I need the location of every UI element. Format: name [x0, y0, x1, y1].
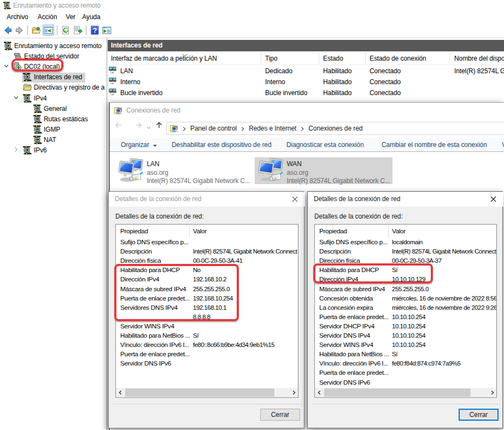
cell-name: Interno	[120, 76, 140, 87]
show-console-tree-button[interactable]	[43, 25, 54, 36]
row-value: Intel(R) 82574L Gigabit Network Connect	[392, 247, 497, 256]
interface-row-interno[interactable]: InternoInternoHabilitadoConectado	[108, 76, 504, 87]
tree-item-interfaces-de-red[interactable]: Interfaces de red	[0, 72, 107, 83]
nav-recent-dropdown[interactable]	[146, 125, 151, 129]
connection-icon	[257, 157, 284, 184]
menu-item-archivo[interactable]: Archivo	[4, 12, 31, 22]
row-value: Sí	[392, 350, 497, 359]
dialog-titlebar[interactable]: Detalles de la conexión de red	[109, 192, 305, 207]
annotation-box-dc02	[11, 58, 63, 72]
row-property: La concesión expira	[319, 303, 390, 313]
annotation-box-dhcp-ip	[313, 263, 433, 284]
forward-button[interactable]	[14, 25, 25, 36]
refresh-button[interactable]	[60, 25, 72, 36]
hscroll-right-button[interactable]	[488, 388, 496, 397]
details-row: Concesión obtenidamiércoles, 16 de novie…	[315, 294, 496, 303]
rras-console-icon	[3, 2, 11, 9]
hscroll-left-button[interactable]	[315, 388, 324, 397]
details-row: Servidor DHCP IPv410.10.10.254	[315, 322, 496, 331]
rras-icon	[33, 125, 42, 134]
breadcrumb-separator[interactable]	[238, 125, 247, 132]
explorer-titlebar[interactable]: Conexiones de red	[110, 103, 504, 119]
tree-expander[interactable]	[13, 146, 21, 155]
command-ver-estado[interactable]: Ver el estado de esta conexión	[502, 138, 504, 152]
toolbar-separator-2	[57, 26, 57, 35]
breadcrumb-separator[interactable]	[298, 125, 307, 132]
menu-item-ayuda[interactable]: Ayuda	[80, 12, 102, 22]
column-header-tipo[interactable]: Tipo	[265, 51, 278, 65]
row-property: Vínculo: dirección IPv6 l...	[120, 340, 191, 350]
connection-icon	[118, 157, 144, 184]
hscroll-thumb[interactable]	[125, 388, 274, 397]
dialog-close-button[interactable]	[489, 195, 498, 204]
column-header-estado-conexion[interactable]: Estado de conexión	[370, 51, 426, 65]
hscrollbar[interactable]	[116, 388, 298, 397]
menu-item-ver[interactable]: Ver	[64, 12, 77, 22]
command-diagnosticar-conexion[interactable]: Diagnosticar esta conexión	[286, 138, 364, 152]
interface-row-bucle[interactable]: Bucle invertidoBucle invertidoHabilitado…	[108, 87, 504, 98]
tree-item-ipv4[interactable]: IPv4	[0, 93, 107, 104]
details-row: Servidor WINS IPv4	[116, 322, 297, 331]
back-button[interactable]	[2, 25, 14, 36]
dialog-close-button[interactable]	[291, 195, 300, 204]
cell-estado: Habilitado	[323, 87, 351, 98]
cerrar-button[interactable]: Cerrar	[459, 409, 499, 421]
details-row: La concesión expiramiércoles, 16 de novi…	[315, 303, 496, 313]
hscrollbar[interactable]	[315, 388, 496, 397]
tree-item-general[interactable]: General	[0, 104, 107, 114]
tree-item-ipv6[interactable]: IPv6	[0, 145, 107, 156]
list-header-row: Interfaz de marcado a petición y LANTipo…	[108, 51, 504, 65]
breadcrumb-separator[interactable]	[180, 125, 189, 132]
column-header-interface[interactable]: Interfaz de marcado a petición y LAN	[111, 51, 217, 65]
column-header-estado[interactable]: Estado	[323, 51, 343, 65]
tree-item-icon-wrap	[4, 42, 13, 50]
scroll-right-icon	[291, 390, 297, 396]
hscroll-right-button[interactable]	[289, 388, 298, 397]
tree-item-label: IGMP	[42, 125, 62, 135]
tree-item-nat[interactable]: NAT	[0, 135, 107, 145]
command-deshabilitar-dispositivo[interactable]: Deshabilitar este dispositivo de red	[172, 138, 272, 152]
connection-tile-wan[interactable]: WANaso.orgIntel(R) 82574L Gigabit Networ…	[255, 157, 392, 184]
tree-item-directivas[interactable]: Directivas y registro de a	[0, 83, 107, 93]
mmc-titlebar[interactable]: Enrutamiento y acceso remoto	[0, 0, 504, 12]
cell-estado: Habilitado	[323, 66, 351, 76]
breadcrumb-redes-e-internet[interactable]: Redes e Internet	[247, 125, 298, 132]
cerrar-label: Cerrar	[470, 411, 488, 419]
nav-back-button[interactable]	[114, 121, 128, 135]
column-header-nombre-dispositivo[interactable]: Nombre del dispositivo	[454, 51, 504, 65]
breadcrumb-panel-de-control[interactable]: Panel de control	[189, 125, 238, 132]
sort-indicator	[181, 54, 189, 57]
show-new-window-button[interactable]	[101, 25, 113, 36]
row-property: Servidor DNS IPv6	[120, 359, 191, 368]
rras-icon	[4, 42, 13, 50]
result-pane-title: Interfaces de red	[111, 40, 162, 51]
command-organizar[interactable]: Organizar	[121, 138, 157, 152]
tree-item-igmp[interactable]: IGMP	[0, 125, 107, 135]
dialog-titlebar[interactable]: Detalles de la conexión de red	[308, 192, 503, 207]
tree-expander[interactable]	[13, 94, 21, 103]
breadcrumb-conexiones-de-red[interactable]: Conexiones de red	[307, 125, 364, 132]
hscroll-thumb[interactable]	[324, 388, 471, 397]
up-one-level-button[interactable]	[31, 25, 42, 36]
address-bar[interactable]: Panel de control Redes e Internet Conexi…	[166, 122, 504, 135]
dialog-separator	[312, 404, 500, 404]
tree-item-rutas-estaticas[interactable]: Rutas estáticas	[0, 114, 107, 125]
command-label: Organizar	[121, 141, 149, 149]
hscroll-left-button[interactable]	[116, 388, 125, 397]
tree-item-label: IPv6	[32, 145, 49, 156]
connection-tile-lan[interactable]: LANaso.orgIntel(R) 82574L Gigabit Networ…	[115, 157, 253, 184]
cerrar-button[interactable]: Cerrar	[260, 409, 300, 421]
tree-expander[interactable]	[3, 62, 11, 71]
tree-item-icon-wrap	[23, 83, 32, 92]
nav-up-button[interactable]	[155, 121, 167, 135]
tree-item-root[interactable]: Enrutamiento y acceso remoto	[0, 41, 107, 51]
annotation-box-static-ip	[114, 264, 239, 321]
tree-item-icon-wrap	[33, 104, 42, 113]
interface-row-lan[interactable]: LANDedicadoHabilitadoConectadoIntel(R) 8…	[108, 66, 504, 76]
explorer-commandbar: Organizar Deshabilitar este dispositivo …	[110, 138, 504, 152]
export-list-button[interactable]	[72, 25, 84, 36]
menu-item-accion[interactable]: Acción	[35, 12, 60, 22]
command-cambiar-nombre[interactable]: Cambiar el nombre de esta conexión	[382, 138, 487, 152]
row-value	[392, 378, 497, 387]
help-button[interactable]: ?	[89, 25, 101, 36]
